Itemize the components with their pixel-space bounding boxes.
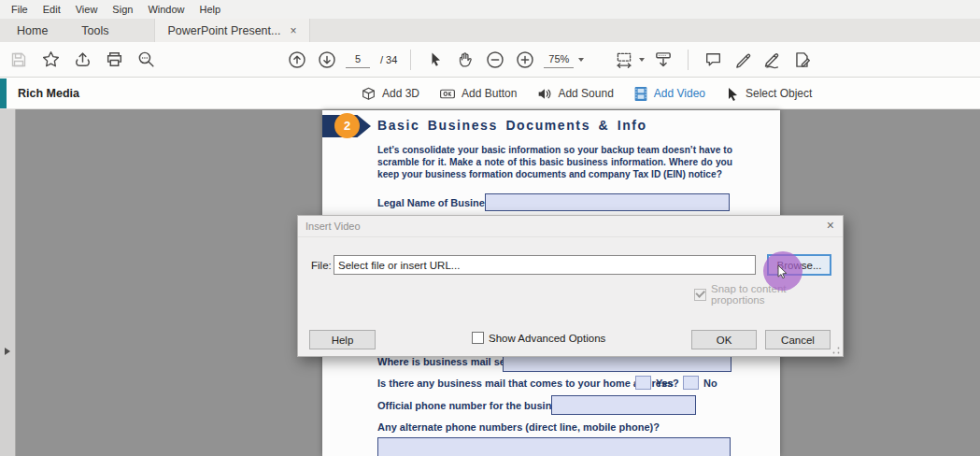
zoom-level-control[interactable]: 75% [544,50,584,68]
comment-icon[interactable] [702,48,724,72]
zoom-in-icon[interactable] [514,48,536,72]
tab-home-label: Home [17,24,48,37]
advanced-checkbox[interactable] [472,332,484,344]
home-address-label: Is there any business mail that comes to… [377,378,679,389]
speaker-icon [536,86,552,102]
tab-home[interactable]: Home [0,19,64,42]
dialog-titlebar[interactable]: Insert Video × [298,216,843,237]
select-object-button[interactable]: Select Object [725,86,812,102]
resize-grip-icon[interactable] [832,347,840,354]
cancel-button[interactable]: Cancel [765,330,831,349]
presentation-mode-icon[interactable] [652,48,675,72]
section-heading: Basic Business Documents & Info [377,118,647,133]
add-3d-label: Add 3D [382,87,419,100]
help-button[interactable]: Help [309,330,376,349]
phone-field[interactable] [551,395,696,415]
add-sound-button[interactable]: Add Sound [536,86,613,102]
menu-edit[interactable]: Edit [36,0,68,19]
select-object-label: Select Object [746,87,812,100]
add-video-label: Add Video [654,87,705,100]
add-video-button[interactable]: Add Video [633,86,705,102]
checkmark-icon [695,288,704,297]
print-icon[interactable] [103,48,125,72]
cancel-label: Cancel [781,335,815,346]
step-number-badge: 2 [334,113,360,138]
star-icon[interactable] [39,48,62,72]
chevron-down-icon[interactable] [578,58,584,62]
search-icon[interactable] [135,48,157,72]
toolbar-divider [410,50,411,70]
close-tab-icon[interactable]: × [290,25,296,36]
advanced-label: Show Advanced Options [489,333,605,344]
main-toolbar: 5 / 34 75% [0,42,980,78]
nav-panel-strip[interactable] [0,109,16,456]
highlight-icon[interactable] [731,48,754,72]
dialog-title: Insert Video [305,221,361,232]
cursor-icon [725,86,740,102]
snap-checkbox [694,289,706,301]
expand-panel-icon[interactable] [5,348,10,355]
richmedia-accent-bar [0,78,7,108]
mouse-cursor-icon [776,264,790,280]
fill-sign-icon[interactable] [791,48,814,72]
document-area: 2 Basic Business Documents & Info Let’s … [0,109,980,456]
file-input[interactable] [334,255,756,275]
richmedia-toolbar: Rich Media Add 3D Add Button Add Sound A… [0,78,980,109]
close-dialog-icon[interactable]: × [827,219,834,232]
insert-video-dialog: Insert Video × File: Browse... Snap to c… [297,215,844,357]
phone-label: Official phone number for the business: [377,400,572,411]
mail-sent-label: Where is business mail sent? [377,356,521,367]
yes-checkbox[interactable] [635,376,651,390]
previous-page-icon[interactable] [286,48,308,72]
cube-icon [361,86,376,102]
ok-label: OK [717,335,732,346]
richmedia-title: Rich Media [18,78,79,108]
page-number-input[interactable]: 5 [346,50,370,68]
add-sound-label: Add Sound [558,87,613,100]
tab-tools-label: Tools [81,24,108,37]
add-3d-button[interactable]: Add 3D [361,86,419,102]
menu-file[interactable]: File [4,0,36,19]
toolbar-divider [688,50,689,70]
page-total-label: / 34 [380,54,397,65]
legal-name-label: Legal Name of Business: [377,197,500,208]
alt-phone-field[interactable] [377,437,731,456]
ok-button[interactable]: OK [691,330,757,349]
menu-view[interactable]: View [68,0,106,19]
menu-help[interactable]: Help [192,0,229,19]
tab-document[interactable]: PowerPoint Present... × [154,19,311,42]
snap-label: Snap to content proportions [711,283,843,306]
zoom-level-value[interactable]: 75% [544,50,574,68]
zoom-out-icon[interactable] [484,48,506,72]
snap-proportions-option: Snap to content proportions [694,283,843,306]
yes-label: Yes [656,378,674,389]
no-checkbox[interactable] [683,376,699,390]
hand-tool-icon[interactable] [454,48,476,72]
help-label: Help [332,335,354,346]
save-icon[interactable] [7,48,30,72]
advanced-options-option[interactable]: Show Advanced Options [472,332,605,344]
alt-phone-label: Any alternate phone numbers (direct line… [377,421,660,433]
no-label: No [703,378,717,389]
add-button-button[interactable]: Add Button [439,86,517,102]
legal-name-field[interactable] [485,193,730,211]
file-label: File: [311,260,332,271]
tab-document-label: PowerPoint Present... [168,24,281,37]
select-tool-icon[interactable] [424,48,447,72]
sign-icon[interactable] [761,48,784,72]
acrobat-window: File Edit View Sign Window Help Home Too… [0,0,980,456]
tab-tools[interactable]: Tools [64,19,125,42]
menu-window[interactable]: Window [140,0,192,19]
menu-bar: File Edit View Sign Window Help [0,0,980,19]
menu-sign[interactable]: Sign [105,0,140,19]
next-page-icon[interactable] [316,48,338,72]
share-icon[interactable] [71,48,93,72]
add-button-label: Add Button [462,87,517,100]
page-fit-icon[interactable] [613,48,635,72]
tab-bar: Home Tools PowerPoint Present... × [0,19,980,42]
ok-button-icon [439,86,456,102]
chevron-down-icon[interactable] [639,58,645,62]
section-intro: Let’s consolidate your basic information… [377,144,732,180]
film-icon [633,86,648,102]
